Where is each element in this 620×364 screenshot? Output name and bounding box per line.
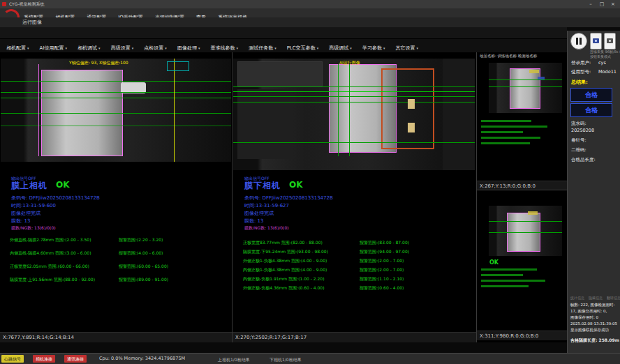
model-label: 使用型号: xyxy=(571,70,591,75)
measure-line xyxy=(1,126,231,126)
overlay-label-mark xyxy=(528,211,538,215)
camera-result-title: 膜下相机 xyxy=(244,181,281,190)
measurement-alarm: 报警范围:(60.00 - 65.00) xyxy=(119,264,168,268)
chevron-down-icon: ▾ xyxy=(383,46,385,50)
serial-value: 20250208 xyxy=(571,128,594,134)
divider xyxy=(477,190,567,190)
film-count-detail: 膜数/NG数: 13(6)/0(0) xyxy=(244,225,289,230)
measure-line xyxy=(233,91,475,92)
capture-mode-line1: 连续采集 96帧/8s 模式 xyxy=(590,50,620,54)
reference-line xyxy=(174,59,175,162)
cpu-memory-text: Cpu: 0.0% Memory: 3424.41796875M xyxy=(99,356,185,362)
camera-result-title: 膜上相机 xyxy=(11,181,47,190)
stats-line: 图像保存用时: 0 xyxy=(570,315,598,320)
measurement-value: 正极宽度62.05mm 范围:(60.00 - 66.00) xyxy=(10,264,89,268)
login-user-value: cys xyxy=(598,61,606,66)
pause-icon xyxy=(576,38,578,45)
pixel-coord-bar: X:7677,Y:891;R:14;G:14;B:14 xyxy=(0,332,232,342)
comm-connection-indicator: 通讯连接 xyxy=(64,355,87,363)
measure-line xyxy=(338,64,339,156)
pixel-coord-text: X:267;Y:13;R:0;G:0;B:0 xyxy=(480,183,536,189)
window-title: CYG-视觉检测系统 xyxy=(9,1,45,6)
measurement-value: 正极宽度83.77mm 范围:(82.00 - 88.00) xyxy=(243,240,323,245)
measure-line xyxy=(1,92,231,93)
qr-code-label: 二维码: xyxy=(571,148,586,153)
preview-column: 场景名称: 训练场名称 检测场名称 X:267;Y:13;R:0;G:0;B:0… xyxy=(477,52,568,342)
measure-line xyxy=(233,86,475,87)
camera-image-middle[interactable]: AI运行图像 xyxy=(233,59,475,170)
measure-line xyxy=(349,64,350,156)
measurement-alarm: 报警范围:(83.00 - 87.00) xyxy=(360,240,409,245)
result-box-2: 合格 xyxy=(570,103,612,117)
measure-line xyxy=(1,98,231,98)
tab-run-image[interactable]: 运行图像 xyxy=(22,20,42,25)
measure-line xyxy=(489,79,562,80)
middle-camera-panel: AI运行图像 输出信号OFF 膜下相机 OK 条码号: DFFJiiw20250… xyxy=(232,52,477,342)
maximize-button[interactable]: □ xyxy=(596,0,607,8)
barcode-text: 条码号: DFFJiiw2025020813313472B xyxy=(11,195,100,201)
close-button[interactable]: × xyxy=(607,0,619,8)
stats-line: 显示图像联机保存成功 xyxy=(570,328,609,333)
film-count-text: 膜数: 13 xyxy=(11,218,31,224)
camera-image-left[interactable]: Y轴位偏差: 93, X轴位偏差:100 xyxy=(1,59,231,162)
highlight-spot xyxy=(408,123,415,132)
tab-row: 运行图像 xyxy=(0,17,620,27)
stats-tab-flip[interactable]: 翻转信息 xyxy=(607,296,620,300)
process-status-text: 图像处理完成 xyxy=(244,211,274,216)
model-value: Mode11 xyxy=(598,70,617,75)
machine-block xyxy=(237,89,293,159)
chevron-down-icon: ▾ xyxy=(165,46,167,50)
offset-overlay-label: Y轴位偏差: 93, X轴位偏差:100 xyxy=(69,60,128,65)
measurement-alarm: 报警范围:(2.00 - 7.00) xyxy=(360,258,404,263)
preview-image-top[interactable] xyxy=(489,63,562,113)
overlay-label-mark xyxy=(538,77,545,79)
pixel-coord-bar: X:267;Y:13;R:0;G:0;B:0 xyxy=(477,181,567,190)
chevron-down-icon: ▾ xyxy=(274,46,276,50)
measure-line xyxy=(1,81,231,82)
camera-connection-indicator: 相机连接 xyxy=(33,355,55,363)
preview-image-bottom[interactable] xyxy=(489,206,562,256)
capture-mode-line2: 按钮采集模式 xyxy=(590,54,611,59)
edge-line xyxy=(38,64,39,156)
measurement-alarm: 报警范围:(1.10 - 2.10) xyxy=(360,276,404,281)
snapshot-button[interactable] xyxy=(590,33,602,50)
measurement-value: 外侧直线-隔膜2.78mm 范围:(2.00 - 3.50) xyxy=(10,237,91,242)
heartbeat-indicator: 心跳信号 xyxy=(1,355,24,363)
text-blur-line xyxy=(481,285,529,287)
total-result-label: 总结果: xyxy=(571,79,588,85)
pixel-coord-text: X:7677,Y:891;R:14;G:14;B:14 xyxy=(3,335,74,340)
measurement-alarm: 报警范围:(94.00 - 97.00) xyxy=(360,249,409,254)
result-box-1: 合格 xyxy=(570,88,612,102)
measurement-value: 外侧正极1-负极4.38mm 范围:(4.00 - 9.00) xyxy=(243,258,327,263)
machine-block xyxy=(237,61,323,86)
measure-line xyxy=(1,113,231,114)
lower-camera-result-text: 下相机1/0检结果 xyxy=(270,357,302,362)
text-blur-line xyxy=(481,126,547,128)
measure-line xyxy=(489,221,562,222)
measurement-value: 内侧正极1-负极4.38mm 范围:(4.00 - 9.00) xyxy=(243,267,327,272)
pause-button[interactable] xyxy=(570,33,587,50)
highlight-spot xyxy=(408,99,415,109)
time-text: 时间:13-31-59-600 xyxy=(11,203,56,208)
film-count-detail: 膜数/NG数: 13(6)/0(0) xyxy=(11,225,56,230)
barcode-text: 条码号: DFFJiiw2025020813313472B xyxy=(244,195,333,201)
overlay-label-mark xyxy=(529,70,539,73)
record-button[interactable] xyxy=(604,33,616,50)
chevron-down-icon: ▾ xyxy=(65,46,67,50)
pause-icon xyxy=(580,38,582,45)
ai-detect-box xyxy=(381,68,434,149)
scene-name-header: 场景名称: 训练场名称 检测场名称 xyxy=(480,54,537,59)
chevron-down-icon: ▾ xyxy=(237,46,239,50)
measurement-value: 内侧直线-隔膜4.60mm 范围:(3.00 - 6.00) xyxy=(10,250,91,255)
pixel-coord-bar: X:270;Y:2502;R:17;G:17;B:17 xyxy=(232,332,476,342)
measurement-value: 外侧正极-负极4.36mm 范围:(0.60 - 4.00) xyxy=(243,285,325,290)
text-blur-line xyxy=(481,142,530,144)
measure-line xyxy=(233,142,475,143)
minimize-button[interactable]: – xyxy=(585,0,596,8)
status-bar: 心跳信号 相机连接 通讯连接 Cpu: 0.0% Memory: 3424.41… xyxy=(0,353,620,364)
app-icon xyxy=(2,2,6,6)
ai-overlay-label: AI运行图像 xyxy=(339,60,360,65)
stats-tab-hide[interactable]: 隐藏信息 xyxy=(589,296,603,300)
chevron-down-icon: ▾ xyxy=(198,46,200,50)
process-status-text: 图像处理完成 xyxy=(11,211,40,216)
